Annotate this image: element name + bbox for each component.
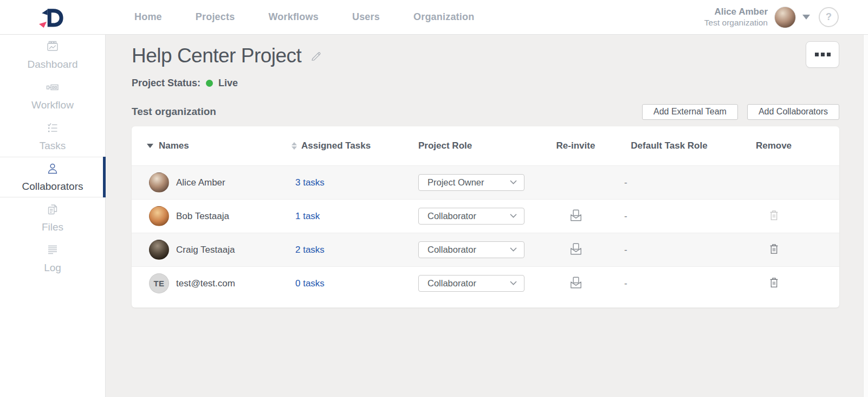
sidebar: Dashboard Workflow xyxy=(0,35,106,397)
table-header: Names Assigned Tasks Project Role Re-inv… xyxy=(132,126,839,165)
sidebar-item-log[interactable]: Log xyxy=(0,238,105,279)
reinvite-button[interactable] xyxy=(569,208,583,225)
chevron-down-icon xyxy=(509,245,517,255)
sort-desc-icon[interactable] xyxy=(147,144,153,148)
sidebar-item-label: Files xyxy=(42,221,63,233)
remove-cell xyxy=(723,242,824,257)
avatar xyxy=(149,206,169,226)
project-role-select[interactable]: Collaborator xyxy=(418,208,524,225)
avatar xyxy=(149,240,169,260)
project-role-select[interactable]: Project Owner xyxy=(418,174,524,191)
role-cell: Collaborator xyxy=(418,208,536,225)
table-row: TEtest@test.com0 tasksCollaborator- xyxy=(132,266,839,300)
help-button[interactable]: ? xyxy=(819,7,839,27)
table-row: Bob Testaaja1 taskCollaborator- xyxy=(132,199,839,233)
column-header-names[interactable]: Names xyxy=(159,140,189,151)
user-menu[interactable]: Alice Amber Test organization ? xyxy=(704,6,868,28)
nav-organization[interactable]: Organization xyxy=(413,11,474,23)
main-content: Help Center Project Project Status: Live… xyxy=(106,35,868,397)
collaborators-icon xyxy=(46,162,60,178)
name-cell: Craig Testaaja xyxy=(147,240,292,260)
remove-button[interactable] xyxy=(769,209,779,223)
project-role-select[interactable]: Collaborator xyxy=(418,241,524,258)
reinvite-cell xyxy=(536,276,615,292)
edit-title-icon[interactable] xyxy=(309,50,322,65)
sidebar-item-tasks[interactable]: Tasks xyxy=(0,116,105,157)
tasks-cell: 3 tasks xyxy=(292,177,418,188)
reinvite-cell xyxy=(536,242,615,258)
name-cell: TEtest@test.com xyxy=(147,273,292,293)
default-task-role-value: - xyxy=(615,245,723,255)
organization-heading: Test organization xyxy=(132,106,216,118)
user-avatar[interactable] xyxy=(774,7,796,28)
name-cell: Alice Amber xyxy=(147,172,292,193)
sidebar-item-files[interactable]: Files xyxy=(0,197,105,238)
reinvite-button[interactable] xyxy=(569,242,583,258)
collaborator-name: test@test.com xyxy=(176,278,235,289)
main-nav: Home Projects Workflows Users Organizati… xyxy=(134,11,474,23)
files-icon xyxy=(46,203,60,219)
remove-cell xyxy=(723,276,824,291)
remove-button[interactable] xyxy=(769,242,779,257)
table-body: Alice Amber3 tasksProject Owner-Bob Test… xyxy=(132,165,839,300)
column-header-project-role: Project Role xyxy=(418,140,536,151)
column-header-default-task-role: Default Task Role xyxy=(615,140,723,151)
assigned-tasks-link[interactable]: 2 tasks xyxy=(295,245,325,255)
sort-toggle-icon[interactable] xyxy=(292,142,297,150)
default-task-role-value: - xyxy=(615,278,723,289)
project-status-label: Project Status: xyxy=(132,78,200,89)
column-header-reinvite: Re-invite xyxy=(536,140,615,151)
project-role-value: Collaborator xyxy=(427,211,476,221)
chevron-down-icon xyxy=(509,211,517,221)
add-external-team-button[interactable]: Add External Team xyxy=(642,104,738,120)
sidebar-item-label: Log xyxy=(44,262,61,274)
nav-workflows[interactable]: Workflows xyxy=(268,11,318,23)
nav-users[interactable]: Users xyxy=(352,11,380,23)
avatar xyxy=(149,172,169,193)
project-role-value: Collaborator xyxy=(427,245,476,255)
role-cell: Project Owner xyxy=(418,174,536,191)
assigned-tasks-link[interactable]: 0 tasks xyxy=(295,278,325,289)
avatar: TE xyxy=(149,273,169,293)
envelope-icon xyxy=(569,208,583,225)
collaborator-name: Craig Testaaja xyxy=(176,245,235,255)
nav-projects[interactable]: Projects xyxy=(196,11,235,23)
more-options-button[interactable] xyxy=(806,41,839,68)
ellipsis-icon xyxy=(827,53,831,56)
reinvite-button[interactable] xyxy=(569,276,583,292)
project-role-select[interactable]: Collaborator xyxy=(418,275,524,292)
remove-cell xyxy=(723,209,824,223)
top-bar: Home Projects Workflows Users Organizati… xyxy=(0,0,868,35)
table-row: Craig Testaaja2 tasksCollaborator- xyxy=(132,233,839,266)
sidebar-item-dashboard[interactable]: Dashboard xyxy=(0,35,105,75)
page-title: Help Center Project xyxy=(132,44,301,67)
role-cell: Collaborator xyxy=(418,241,536,258)
trash-icon xyxy=(769,276,779,291)
role-cell: Collaborator xyxy=(418,275,536,292)
assigned-tasks-link[interactable]: 1 task xyxy=(295,211,320,221)
ellipsis-icon xyxy=(815,53,819,56)
sidebar-item-collaborators[interactable]: Collaborators xyxy=(0,157,105,197)
add-collaborators-button[interactable]: Add Collaborators xyxy=(747,104,839,120)
status-live-dot xyxy=(206,80,213,87)
assigned-tasks-link[interactable]: 3 tasks xyxy=(295,177,325,188)
collaborators-table: Names Assigned Tasks Project Role Re-inv… xyxy=(132,126,839,308)
trash-icon xyxy=(769,242,779,257)
sidebar-item-workflow[interactable]: Workflow xyxy=(0,75,105,116)
default-task-role-value: - xyxy=(615,177,723,188)
sidebar-item-label: Collaborators xyxy=(22,181,83,193)
remove-button[interactable] xyxy=(769,276,779,291)
table-row: Alice Amber3 tasksProject Owner- xyxy=(132,165,839,199)
user-organization: Test organization xyxy=(704,17,768,28)
brand-logo-icon[interactable] xyxy=(35,6,66,29)
nav-home[interactable]: Home xyxy=(134,11,162,23)
chevron-down-icon xyxy=(509,278,517,289)
column-header-remove: Remove xyxy=(723,140,824,151)
tasks-icon xyxy=(46,121,60,137)
reinvite-cell xyxy=(536,208,615,225)
chevron-down-icon[interactable] xyxy=(802,15,810,20)
sidebar-item-label: Tasks xyxy=(40,140,66,152)
column-header-assigned-tasks[interactable]: Assigned Tasks xyxy=(301,140,371,151)
user-meta: Alice Amber Test organization xyxy=(704,6,768,28)
scrollbar-track[interactable] xyxy=(863,35,868,397)
